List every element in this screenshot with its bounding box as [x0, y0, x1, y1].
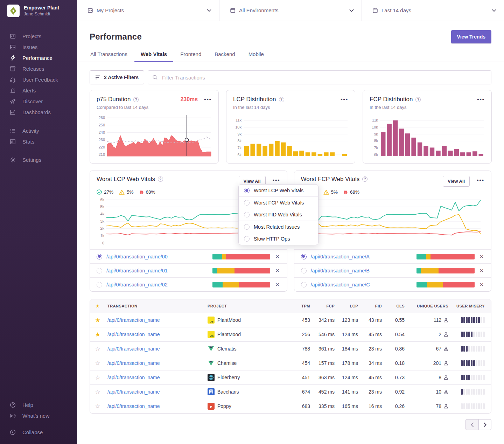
option-radio[interactable] [244, 212, 250, 217]
card-menu-button[interactable]: ••• [204, 98, 212, 101]
tab-all-transactions[interactable]: All Transactions [90, 51, 128, 62]
transaction-link[interactable]: /api/0/transaction_name [107, 360, 160, 366]
sidebar-item-discover[interactable]: Discover [0, 96, 77, 107]
column-header-user-misery: USER MISERY [450, 304, 491, 308]
transaction-radio[interactable] [97, 254, 102, 259]
option-radio[interactable] [244, 188, 250, 193]
org-switcher[interactable]: Empower Plant Jane Schmidt [0, 0, 77, 22]
transaction-radio[interactable] [97, 282, 102, 287]
transaction-link[interactable]: /api/0/transaction_name [107, 403, 160, 409]
sidebar-item-releases[interactable]: Releases [0, 63, 77, 74]
star-toggle[interactable]: ☆ [90, 374, 105, 381]
option-radio[interactable] [244, 236, 250, 242]
tab-web-vitals[interactable]: Web Vitals [140, 51, 168, 62]
next-page-button[interactable] [478, 419, 491, 430]
active-filters-button[interactable]: 2 Active Filters [90, 70, 144, 84]
sidebar-item-projects[interactable]: Projects [0, 31, 77, 42]
close-icon[interactable]: × [479, 282, 484, 287]
help-question-icon[interactable]: ? [279, 97, 284, 102]
close-icon[interactable]: × [479, 268, 484, 273]
dropdown-option-worst-fcp[interactable]: Worst FCP Web Vitals [239, 196, 318, 208]
transaction-link[interactable]: /api/0/transaction_name [107, 317, 160, 323]
transaction-link[interactable]: /api/0/transaction_name/C [311, 282, 370, 287]
transaction-link[interactable]: /api/0/transaction_name [107, 346, 160, 352]
dropdown-option-worst-lcp[interactable]: Worst LCP Web Vitals [239, 185, 318, 196]
unique-users-value: 2 [439, 332, 441, 337]
close-icon[interactable]: × [275, 268, 280, 273]
active-filters-label: 2 Active Filters [104, 75, 139, 80]
option-radio[interactable] [244, 200, 250, 206]
star-toggle[interactable]: ☆ [90, 360, 105, 367]
transaction-link[interactable]: /api/0/transaction_name [107, 332, 160, 337]
star-toggle[interactable]: ☆ [90, 403, 105, 410]
transaction-radio[interactable] [301, 254, 307, 259]
sidebar-collapse-button[interactable]: Collapse [0, 427, 77, 438]
sidebar-item-alerts[interactable]: Alerts [0, 85, 77, 96]
project-selector[interactable]: My Projects [77, 0, 219, 21]
transaction-link[interactable]: /api/0/transaction_name/02 [106, 282, 168, 287]
vitals-segment-bar [212, 268, 271, 273]
transaction-link[interactable]: /api/0/transaction_name/00 [106, 254, 168, 259]
dropdown-option-slow-http-ops[interactable]: Slow HTTP Ops [239, 233, 318, 245]
sidebar-item-label: Activity [22, 128, 39, 134]
help-question-icon[interactable]: ? [158, 176, 163, 182]
option-radio[interactable] [244, 224, 250, 230]
chevron-down-icon [492, 9, 496, 12]
transaction-link[interactable]: /api/0/transaction_name/A [311, 254, 370, 259]
sidebar-item-dashboards[interactable]: Dashboards [0, 107, 77, 118]
vitals-segment-bar [416, 282, 475, 287]
sidebar-item-user-feedback[interactable]: User Feedback [0, 74, 77, 85]
sidebar-item-help[interactable]: Help [0, 400, 77, 410]
star-toggle[interactable]: ★ [90, 317, 105, 324]
transaction-link[interactable]: /api/0/transaction_name/B [311, 268, 370, 273]
lcp-value: 165 ms [337, 403, 360, 409]
vitals-segment-bar [416, 268, 475, 273]
transaction-link[interactable]: /api/0/transaction_name/01 [106, 268, 168, 273]
environment-selector[interactable]: All Environments [219, 0, 362, 21]
org-logo [7, 5, 20, 17]
help-question-icon[interactable]: ? [133, 97, 139, 102]
sidebar-item-stats[interactable]: Stats [0, 136, 77, 147]
close-icon[interactable]: × [479, 254, 484, 259]
worst-fcp-card: Worst FCP Web Vitals ? View All ••• 27% [294, 171, 492, 292]
help-question-icon[interactable]: ? [362, 176, 368, 182]
sidebar-item-settings[interactable]: Settings [0, 154, 77, 165]
sidebar-item-whats-new[interactable]: What’s new [0, 410, 77, 421]
star-toggle[interactable]: ☆ [90, 388, 105, 396]
close-icon[interactable]: × [275, 282, 280, 287]
star-column-header[interactable]: ★ [90, 304, 105, 308]
date-range-selector[interactable]: Last 14 days [362, 0, 504, 21]
card-menu-button[interactable]: ••• [477, 179, 484, 182]
project-name: Poppy [217, 403, 231, 409]
transaction-link[interactable]: /api/0/transaction_name [107, 389, 160, 395]
transaction-radio[interactable] [301, 282, 307, 287]
transaction-link[interactable]: /api/0/transaction_name [107, 375, 160, 380]
star-toggle[interactable]: ☆ [90, 345, 105, 353]
card-menu-button[interactable]: ••• [477, 98, 485, 101]
card-menu-button[interactable]: ••• [341, 98, 348, 101]
sidebar-item-activity[interactable]: Activity [0, 125, 77, 136]
previous-page-button[interactable] [465, 419, 478, 430]
help-question-icon[interactable]: ? [415, 97, 421, 102]
dropdown-option-most-related-issues[interactable]: Most Related Issues [239, 221, 318, 233]
environment-selector-label: All Environments [239, 7, 346, 13]
tab-frontend[interactable]: Frontend [180, 51, 202, 62]
column-header-project: PROJECT [205, 304, 295, 308]
search-input[interactable] [148, 70, 491, 84]
view-trends-button[interactable]: View Trends [451, 30, 491, 43]
transaction-radio[interactable] [97, 268, 102, 273]
cls-value: 0.54 [384, 332, 407, 337]
tab-backend[interactable]: Backend [214, 51, 236, 62]
tab-mobile[interactable]: Mobile [248, 51, 265, 62]
sidebar-item-performance[interactable]: Performance [0, 53, 77, 63]
projects-icon [9, 33, 16, 40]
view-all-button[interactable]: View All [443, 176, 470, 187]
transaction-search [148, 70, 491, 84]
transaction-radio[interactable] [301, 268, 307, 273]
star-toggle[interactable]: ★ [90, 331, 105, 338]
sidebar-item-label: Settings [22, 157, 41, 163]
close-icon[interactable]: × [275, 254, 280, 259]
sidebar-item-issues[interactable]: Issues [0, 42, 77, 53]
dropdown-option-worst-fid[interactable]: Worst FID Web Vitals [239, 209, 318, 221]
card-menu-button[interactable]: ••• [273, 179, 280, 182]
